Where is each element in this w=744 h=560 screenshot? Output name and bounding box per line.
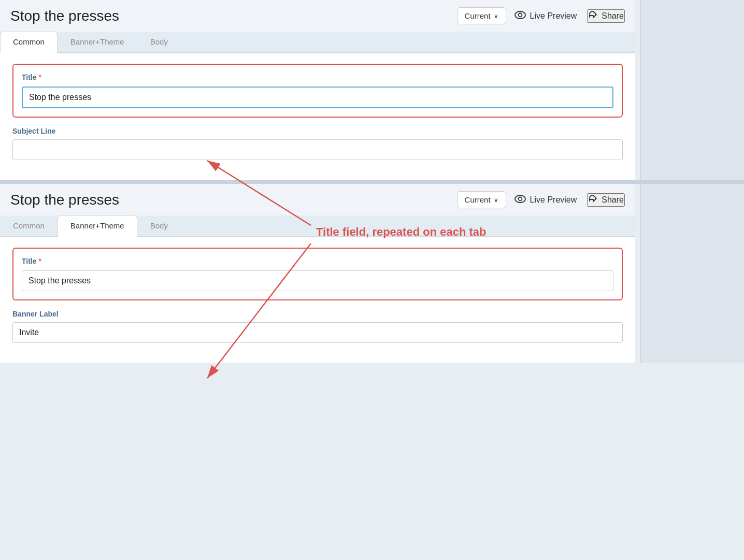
share-icon-2 [588, 194, 597, 206]
panel-1-header: Stop the presses Current ∨ Live Preview [0, 0, 635, 32]
tab-common-2[interactable]: Common [0, 216, 58, 236]
svg-point-0 [515, 11, 525, 19]
current-dropdown-1[interactable]: Current ∨ [457, 7, 506, 24]
title-input-2[interactable] [22, 270, 613, 291]
share-label-2: Share [602, 195, 624, 205]
svg-point-1 [518, 13, 522, 17]
svg-point-3 [518, 197, 522, 200]
title-input-1[interactable] [22, 87, 613, 108]
chevron-down-icon-1: ∨ [494, 12, 498, 20]
current-dropdown-label-2: Current [465, 195, 491, 204]
panel-2: Stop the presses Current ∨ Live Preview [0, 184, 744, 363]
header-actions-1: Live Preview Share [514, 9, 625, 23]
banner-label-field-group: Banner Label [12, 310, 623, 343]
page-title-2: Stop the presses [10, 192, 449, 208]
panel-1-content: Stop the presses Current ∨ Live Preview [0, 0, 635, 180]
live-preview-button-1[interactable]: Live Preview [514, 11, 577, 21]
share-button-1[interactable]: Share [587, 9, 625, 23]
panel-2-header: Stop the presses Current ∨ Live Preview [0, 184, 635, 216]
share-label-1: Share [602, 11, 624, 21]
panel-1: Stop the presses Current ∨ Live Preview [0, 0, 744, 180]
title-field-group-1: Title * [12, 64, 623, 118]
title-field-group-2: Title * [12, 248, 623, 300]
title-label-2: Title * [22, 257, 613, 265]
live-preview-label-1: Live Preview [530, 11, 577, 21]
subject-input-1[interactable] [12, 139, 623, 160]
eye-icon-2 [514, 195, 526, 205]
tabs-2: Common Banner+Theme Body [0, 216, 635, 237]
page-title-1: Stop the presses [10, 8, 449, 24]
right-sidebar-1 [640, 0, 744, 180]
tab-common-1[interactable]: Common [0, 32, 58, 53]
panel-2-form: Title * Banner Label [0, 237, 635, 363]
banner-label-label: Banner Label [12, 310, 623, 318]
right-sidebar-2 [640, 184, 744, 363]
chevron-down-icon-2: ∨ [494, 196, 498, 204]
tab-body-1[interactable]: Body [137, 32, 181, 52]
required-star-1: * [39, 73, 41, 81]
tab-body-2[interactable]: Body [137, 216, 181, 236]
panel-1-form: Title * Subject Line [0, 53, 635, 180]
svg-point-2 [515, 195, 525, 203]
required-star-2: * [39, 257, 41, 265]
eye-icon-1 [514, 11, 526, 21]
tabs-1: Common Banner+Theme Body [0, 32, 635, 53]
tab-banner-theme-1[interactable]: Banner+Theme [58, 32, 137, 52]
live-preview-label-2: Live Preview [530, 195, 577, 205]
share-button-2[interactable]: Share [587, 193, 625, 207]
subject-label-1: Subject Line [12, 127, 623, 135]
banner-label-input[interactable] [12, 322, 623, 343]
live-preview-button-2[interactable]: Live Preview [514, 195, 577, 205]
tab-banner-theme-2[interactable]: Banner+Theme [58, 216, 137, 237]
header-actions-2: Live Preview Share [514, 193, 625, 207]
panel-2-content: Stop the presses Current ∨ Live Preview [0, 184, 635, 363]
share-icon-1 [588, 10, 597, 22]
panels-divider [0, 180, 744, 184]
current-dropdown-2[interactable]: Current ∨ [457, 191, 506, 208]
current-dropdown-label-1: Current [465, 11, 491, 20]
subject-field-group-1: Subject Line [12, 127, 623, 160]
title-label-1: Title * [22, 73, 613, 81]
